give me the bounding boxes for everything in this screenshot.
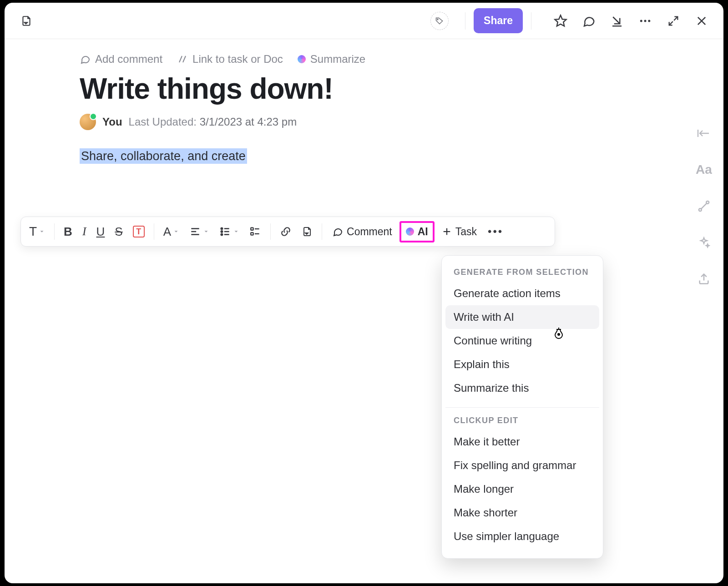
add-tag-button[interactable]	[430, 12, 449, 30]
close-icon[interactable]	[693, 13, 710, 29]
comment-button-label: Comment	[347, 226, 392, 238]
svg-point-20	[558, 333, 560, 335]
underline-button[interactable]: U	[93, 221, 109, 242]
ai-dropdown: GENERATE FROM SELECTION Generate action …	[441, 255, 603, 559]
last-updated: Last Updated: 3/1/2023 at 4:23 pm	[129, 116, 297, 128]
top-right-icons	[552, 13, 710, 29]
svg-point-2	[640, 20, 642, 22]
favorite-icon[interactable]	[552, 13, 569, 29]
share-button[interactable]: Share	[474, 8, 523, 33]
cursor-icon	[553, 327, 564, 339]
checklist-button[interactable]	[246, 221, 265, 242]
ai-section-generate-heading: GENERATE FROM SELECTION	[445, 264, 599, 282]
divider	[531, 12, 531, 30]
right-rail: Aa	[696, 126, 712, 287]
divider	[465, 12, 465, 30]
svg-point-3	[644, 20, 647, 22]
avatar[interactable]	[80, 114, 96, 130]
text-style-button[interactable]: T	[25, 221, 49, 242]
add-comment-label: Add comment	[95, 53, 162, 66]
more-menu-icon[interactable]	[637, 13, 653, 29]
ai-button[interactable]: AI	[399, 221, 435, 242]
text-color-button[interactable]: T	[129, 221, 148, 242]
ai-section-edit-heading: CLICKUP EDIT	[445, 412, 599, 430]
toolbar-more-button[interactable]: •••	[484, 221, 507, 242]
font-button[interactable]: A	[160, 221, 183, 242]
svg-marker-1	[555, 15, 566, 26]
link-task-action[interactable]: Link to task or Doc	[177, 53, 283, 66]
svg-point-8	[221, 228, 222, 229]
summarize-action[interactable]: Summarize	[298, 53, 365, 66]
svg-point-4	[648, 20, 650, 22]
insert-doc-button[interactable]	[298, 221, 316, 242]
ai-item-make-shorter[interactable]: Make shorter	[445, 501, 599, 525]
ai-icon	[298, 55, 306, 63]
page-title[interactable]: Write things down!	[80, 72, 642, 106]
last-updated-prefix: Last Updated:	[129, 116, 197, 128]
divider	[154, 223, 154, 240]
strikethrough-button[interactable]: S	[111, 221, 126, 242]
divider	[270, 223, 271, 240]
share-export-icon[interactable]	[696, 271, 712, 287]
svg-point-10	[221, 231, 222, 232]
svg-rect-14	[251, 227, 253, 230]
selected-text[interactable]: Share, collaborate, and create	[80, 148, 247, 164]
formatting-toolbar: T B I U S T A	[20, 217, 555, 247]
svg-point-12	[221, 234, 222, 235]
align-button[interactable]	[186, 221, 213, 242]
ai-item-write-with-ai[interactable]: Write with AI	[445, 305, 599, 329]
collapse-icon[interactable]	[696, 126, 712, 141]
task-button-label: Task	[455, 226, 477, 238]
relations-icon[interactable]	[696, 198, 712, 214]
ai-sparkle-icon[interactable]	[696, 235, 712, 250]
svg-rect-16	[251, 232, 253, 235]
svg-line-25	[701, 203, 707, 209]
byline: You Last Updated: 3/1/2023 at 4:23 pm	[80, 114, 642, 130]
svg-point-23	[699, 208, 702, 211]
ai-item-simpler-language[interactable]: Use simpler language	[445, 525, 599, 548]
comment-button[interactable]: Comment	[328, 226, 397, 238]
link-button[interactable]	[276, 221, 295, 242]
doc-template-icon[interactable]	[18, 13, 35, 29]
typography-icon[interactable]: Aa	[696, 162, 712, 177]
add-comment-action[interactable]: Add comment	[80, 53, 162, 66]
expand-icon[interactable]	[665, 13, 682, 29]
ai-item-explain-this[interactable]: Explain this	[445, 353, 599, 376]
quick-actions: Add comment Link to task or Doc Summariz…	[80, 53, 642, 66]
bold-button[interactable]: B	[60, 221, 76, 242]
top-bar: Share	[5, 3, 723, 39]
bullet-list-button[interactable]	[216, 221, 243, 242]
link-task-label: Link to task or Doc	[192, 53, 283, 66]
ai-item-make-longer[interactable]: Make longer	[445, 477, 599, 501]
ai-item-generate-action-items[interactable]: Generate action items	[445, 282, 599, 305]
ai-item-make-better[interactable]: Make it better	[445, 430, 599, 454]
divider	[322, 223, 322, 240]
last-updated-value: 3/1/2023 at 4:23 pm	[200, 116, 297, 128]
doc-window: Share Ad	[5, 3, 723, 583]
content-area[interactable]: Share, collaborate, and create	[80, 149, 642, 163]
ai-button-label: AI	[418, 226, 428, 238]
ai-icon	[406, 227, 414, 236]
author-name: You	[102, 116, 122, 128]
svg-point-24	[706, 201, 709, 204]
document-body: Add comment Link to task or Doc Summariz…	[5, 39, 723, 182]
summarize-label: Summarize	[310, 53, 365, 66]
ai-item-continue-writing[interactable]: Continue writing	[445, 329, 599, 353]
ai-item-summarize-this[interactable]: Summarize this	[445, 376, 599, 400]
svg-point-0	[437, 19, 438, 20]
comments-icon[interactable]	[581, 13, 597, 29]
divider	[54, 223, 55, 240]
italic-button[interactable]: I	[79, 221, 90, 242]
download-icon[interactable]	[609, 13, 625, 29]
task-button[interactable]: Task	[437, 226, 481, 238]
divider	[445, 407, 599, 408]
ai-item-fix-spelling[interactable]: Fix spelling and grammar	[445, 454, 599, 477]
